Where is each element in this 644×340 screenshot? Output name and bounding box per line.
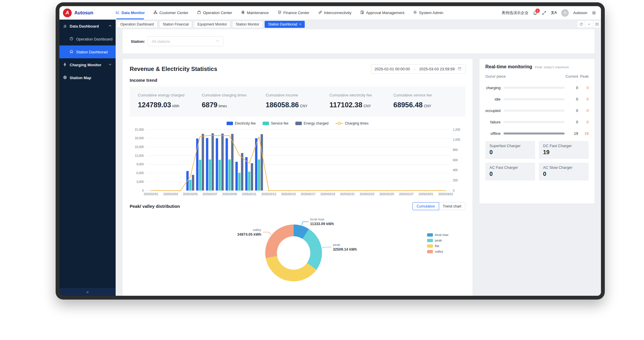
monitor-row-current: 0 — [565, 86, 578, 90]
sidebar-item-charging-monitor[interactable]: Charging Monitor — [59, 58, 116, 71]
gear-icon — [413, 10, 417, 15]
nav-interconnectivity[interactable]: Interconnectivity — [318, 6, 352, 19]
stat-value: 117102.38CNY — [330, 101, 393, 109]
nav-approval-management[interactable]: Approval Management — [360, 6, 404, 19]
monitor-row-bar — [503, 87, 565, 89]
card-superfast-charger: Superfast Charger 0 — [485, 141, 535, 159]
tab-equipment-monitor[interactable]: Equipment Monitor — [194, 21, 230, 28]
close-icon[interactable]: × — [299, 22, 301, 26]
legend-energy-charged[interactable]: Energy charged — [295, 121, 328, 125]
card-dc-fast-charger: DC Fast Charger 19 — [539, 141, 589, 159]
nav-finance-center[interactable]: Finance Center — [278, 6, 309, 19]
chevron-up-icon — [108, 24, 112, 29]
tab-station-monitor[interactable]: Station Monitor — [232, 21, 263, 28]
stat-cumulative-service-fee: Cumulative service fee 68956.48CNY — [393, 93, 457, 109]
stat-unit: times — [219, 104, 227, 108]
sidebar-item-station-dashborad[interactable]: Station Dashborad — [59, 45, 116, 58]
notifications-bell-icon[interactable]: 1 — [533, 11, 537, 15]
stat-value: 6879times — [202, 101, 266, 109]
topbar-right: 奥特迅演示企业 1 文A A Autosun — [502, 9, 596, 17]
cumulative-button[interactable]: Cumulative — [412, 202, 439, 210]
donut-legend-valley[interactable]: valley — [427, 250, 448, 253]
svg-text:0: 0 — [142, 189, 144, 192]
monitor-row-peak: 19 — [578, 131, 589, 136]
donut-callout-value: 11333.09 kWh — [310, 222, 334, 226]
language-translate-icon[interactable]: 文A — [551, 10, 557, 15]
settings-gear-icon[interactable] — [592, 11, 596, 15]
nav-label: Operation Center — [203, 11, 232, 15]
card-value: 0 — [543, 171, 585, 177]
legend-electricity-fee[interactable]: Electricity fee — [227, 121, 256, 125]
device-frame: A Autosun Data Monitor Customer Center O… — [56, 2, 605, 300]
tab-operation-dashboard[interactable]: Operation Dashboard — [117, 21, 157, 28]
sidebar-item-operation-dashboard[interactable]: Operation Dashboard — [59, 33, 116, 45]
peak-column-header: Peak — [578, 74, 589, 79]
link-icon — [318, 10, 322, 15]
nav-label: Data Monitor — [121, 11, 145, 15]
legend-label: local max — [435, 233, 448, 237]
calendar-icon — [458, 67, 462, 72]
tab-station-dashborad[interactable]: Station Dashborad× — [265, 21, 305, 28]
nav-customer-center[interactable]: Customer Center — [153, 6, 188, 19]
donut-callout-value: 32509.14 kWh — [333, 247, 357, 251]
refresh-icon[interactable] — [577, 21, 585, 28]
stat-cumulative-charging-times: Cumulative charging times 6879times — [202, 93, 266, 109]
nav-operation-center[interactable]: Operation Center — [197, 6, 232, 19]
trend-chart-button[interactable]: Trend chart — [439, 202, 465, 210]
donut-legend-local-max[interactable]: local max — [427, 233, 448, 237]
monitor-row-offline: offline 19 19 — [485, 131, 589, 136]
monitor-row-bar-fill — [503, 132, 565, 135]
sidebar-collapse-button[interactable]: « — [59, 288, 116, 296]
donut-callout-label: valley — [253, 228, 261, 232]
sidebar-item-data-dashboard[interactable]: Data Dashboard — [59, 20, 116, 33]
monitor-row-label: charging — [485, 86, 503, 90]
monitor-row-bar — [503, 132, 565, 135]
monitor-row-peak: 0 — [578, 108, 589, 113]
nav-data-monitor[interactable]: Data Monitor — [116, 6, 145, 19]
svg-text:2025/02/03: 2025/02/03 — [163, 193, 178, 196]
avatar[interactable]: A — [561, 9, 569, 17]
legend-charging-times[interactable]: Charging times — [335, 121, 369, 125]
sidebar-item-label: Station Dashborad — [76, 50, 108, 54]
tab-station-financial[interactable]: Station Financial — [159, 21, 192, 28]
nav-system-admin[interactable]: System Admin — [413, 6, 443, 19]
date-start[interactable]: 2025-02-01 00:00:00 — [375, 67, 410, 71]
org-icon — [153, 10, 157, 15]
fullscreen-icon[interactable] — [542, 11, 547, 15]
chart-legend: Electricity feeService feeEnergy charged… — [130, 121, 465, 125]
sidebar-item-station-map[interactable]: Station Map — [59, 71, 116, 84]
income-trend-title: Income trend — [130, 78, 465, 83]
svg-text:12,000: 12,000 — [135, 154, 144, 157]
tab-label: Operation Dashboard — [120, 22, 154, 26]
donut-slice-peak[interactable] — [303, 229, 322, 270]
legend-swatch — [427, 244, 433, 248]
svg-text:6,000: 6,000 — [136, 171, 144, 175]
nav-maintenance[interactable]: Maintenance — [241, 6, 268, 19]
legend-label: Service fee — [271, 121, 288, 125]
company-name: 奥特迅演示企业 — [502, 10, 528, 16]
shield-check-icon — [278, 10, 282, 15]
card-value: 19 — [543, 149, 585, 156]
tab-label: Station Dashborad — [268, 22, 297, 26]
station-select[interactable]: All stations — [148, 36, 223, 46]
donut-legend-flat[interactable]: flat — [427, 244, 448, 248]
fit-screen-icon[interactable] — [593, 21, 601, 28]
svg-text:600: 600 — [453, 159, 458, 162]
donut-legend-peak[interactable]: peak — [427, 239, 448, 242]
donut-slice-valley[interactable] — [265, 225, 294, 258]
sidebar: Data Dashboard Operation Dashboard Stati… — [59, 20, 116, 296]
card-ac-slow-charger: AC Slow Charger 0 — [539, 163, 589, 181]
line-chart-icon — [116, 10, 120, 15]
svg-text:400: 400 — [453, 169, 458, 172]
chevron-down-icon[interactable] — [585, 21, 593, 28]
legend-service-fee[interactable]: Service fee — [263, 121, 288, 125]
svg-text:2025/02/27: 2025/02/27 — [399, 193, 414, 196]
date-end[interactable]: 2025-03-03 23:59:59 — [419, 67, 455, 71]
date-range-picker[interactable]: 2025-02-01 00:00:00 → 2025-03-03 23:59:5… — [371, 64, 465, 74]
monitor-row-label: occupied — [485, 108, 503, 113]
monitor-row-label: failure — [485, 120, 503, 124]
nav-label: System Admin — [419, 11, 443, 15]
stat-label: Cumulative service fee — [393, 93, 457, 97]
monitor-row-peak: 0 — [578, 97, 589, 101]
card-ac-fast-charger: AC Fast Charger 0 — [485, 163, 535, 181]
